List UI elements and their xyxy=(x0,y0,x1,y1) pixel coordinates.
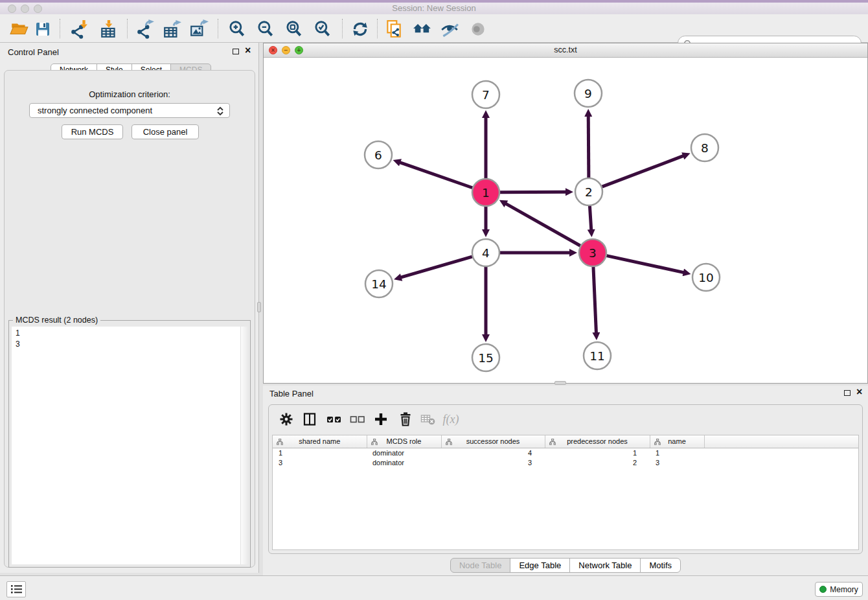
settings-gear-icon[interactable] xyxy=(278,411,295,428)
horizontal-splitter-handle[interactable] xyxy=(554,381,566,385)
svg-text:9: 9 xyxy=(584,87,592,100)
home-icon[interactable] xyxy=(412,19,433,40)
zoom-in-icon[interactable] xyxy=(227,19,247,40)
list-icon xyxy=(11,584,22,594)
deselect-all-icon[interactable] xyxy=(349,411,366,428)
task-list-button[interactable] xyxy=(6,581,26,597)
close-window-icon[interactable] xyxy=(8,5,16,13)
edge-2-3[interactable] xyxy=(589,206,591,230)
zoom-selected-icon[interactable] xyxy=(312,19,333,40)
node-11[interactable]: 11 xyxy=(584,342,611,369)
toolbar-divider xyxy=(127,19,128,38)
tab-node-table[interactable]: Node Table xyxy=(450,558,511,573)
hide-selected-icon[interactable] xyxy=(439,19,460,40)
node-4[interactable]: 4 xyxy=(472,239,499,266)
close-table-panel-icon[interactable]: × xyxy=(856,388,862,396)
network-window-titlebar[interactable]: × − + scc.txt xyxy=(264,43,867,58)
column-header-predecessor-nodes[interactable]: predecessor nodes xyxy=(545,435,650,448)
svg-text:8: 8 xyxy=(701,141,709,155)
minimize-network-icon[interactable]: − xyxy=(282,46,290,54)
delete-column-icon[interactable] xyxy=(397,411,414,428)
export-table-icon[interactable] xyxy=(162,19,183,40)
import-table-icon[interactable] xyxy=(98,19,119,40)
minimize-window-icon[interactable] xyxy=(21,5,29,13)
save-session-icon[interactable] xyxy=(32,19,53,40)
edge-2-8[interactable] xyxy=(602,156,684,187)
zoom-out-icon[interactable] xyxy=(255,19,276,40)
network-view-window: × − + scc.txt 1234678910111415 xyxy=(263,43,868,384)
show-all-icon[interactable] xyxy=(468,19,488,40)
select-all-icon[interactable] xyxy=(326,411,343,428)
edge-3-10[interactable] xyxy=(606,256,683,273)
node-10[interactable]: 10 xyxy=(692,264,720,291)
run-mcds-button[interactable]: Run MCDS xyxy=(62,124,123,139)
edge-4-14[interactable] xyxy=(401,257,472,277)
table-panel: Table Panel × f(x) shared nameMCDS xyxy=(263,386,868,575)
node-15[interactable]: 15 xyxy=(472,344,499,371)
toolbar-divider xyxy=(60,19,60,38)
zoom-fit-icon[interactable] xyxy=(284,19,304,40)
svg-text:10: 10 xyxy=(698,271,714,284)
node-2[interactable]: 2 xyxy=(575,178,602,205)
close-panel-icon[interactable]: × xyxy=(245,47,251,54)
delete-table-icon[interactable] xyxy=(420,411,437,428)
memory-button[interactable]: Memory xyxy=(815,582,863,597)
node-3[interactable]: 3 xyxy=(579,239,606,266)
float-table-panel-icon[interactable] xyxy=(844,390,851,396)
memory-label: Memory xyxy=(830,585,858,594)
function-builder-icon[interactable]: f(x) xyxy=(442,411,459,428)
column-header-MCDS-role[interactable]: MCDS role xyxy=(367,435,441,448)
criterion-dropdown[interactable]: strongly connected component xyxy=(29,103,230,118)
import-network-icon[interactable] xyxy=(69,19,89,40)
edge-1-6[interactable] xyxy=(400,163,472,188)
float-panel-icon[interactable] xyxy=(233,49,239,54)
node-1[interactable]: 1 xyxy=(472,179,499,206)
export-image-icon[interactable] xyxy=(188,19,209,40)
svg-text:15: 15 xyxy=(478,351,494,365)
close-panel-button[interactable]: Close panel xyxy=(131,124,199,139)
result-scrollbar[interactable] xyxy=(240,327,247,564)
column-header-name[interactable]: name xyxy=(650,435,704,448)
close-network-icon[interactable]: × xyxy=(269,46,277,54)
export-network-icon[interactable] xyxy=(135,19,155,40)
open-session-icon[interactable] xyxy=(9,19,30,40)
control-panel: Control Panel × NetworkStyleSelectMCDS O… xyxy=(0,43,259,573)
add-column-icon[interactable] xyxy=(372,411,389,428)
table-row[interactable]: 1dominator411 xyxy=(273,448,858,457)
edge-2-9[interactable] xyxy=(588,116,589,178)
node-14[interactable]: 14 xyxy=(365,270,393,297)
column-header-filler xyxy=(704,435,858,448)
column-header-successor-nodes[interactable]: successor nodes xyxy=(441,435,545,448)
network-canvas[interactable]: 1234678910111415 xyxy=(264,58,867,383)
memory-status-icon xyxy=(819,586,827,593)
edge-1-2[interactable] xyxy=(500,192,566,192)
zoom-network-icon[interactable]: + xyxy=(295,46,303,54)
node-7[interactable]: 7 xyxy=(472,81,499,108)
edge-3-1[interactable] xyxy=(505,203,580,246)
toolbar-divider xyxy=(342,19,343,38)
refresh-view-icon[interactable] xyxy=(350,19,371,40)
vertical-splitter-handle[interactable] xyxy=(257,302,261,312)
column-header-shared-name[interactable]: shared name xyxy=(273,435,367,448)
table-row[interactable]: 3dominator323 xyxy=(273,457,858,467)
tab-motifs[interactable]: Motifs xyxy=(640,558,681,573)
table-header-row: shared nameMCDS rolesuccessor nodesprede… xyxy=(273,435,858,448)
node-8[interactable]: 8 xyxy=(691,134,718,161)
new-network-from-selection-icon[interactable] xyxy=(383,19,404,40)
mcds-result-group: MCDS result (2 nodes) 1 3 xyxy=(8,320,251,568)
node-9[interactable]: 9 xyxy=(575,80,602,107)
mcds-result-box[interactable]: 1 3 xyxy=(12,327,247,564)
node-table: shared nameMCDS rolesuccessor nodesprede… xyxy=(272,435,859,550)
svg-text:6: 6 xyxy=(374,148,382,162)
toolbar-divider xyxy=(218,19,218,38)
criterion-value: strongly connected component xyxy=(38,106,152,115)
tab-network-table[interactable]: Network Table xyxy=(569,558,641,573)
svg-text:14: 14 xyxy=(371,277,387,291)
column-layout-icon[interactable] xyxy=(301,411,318,428)
zoom-window-icon[interactable] xyxy=(34,5,42,13)
node-6[interactable]: 6 xyxy=(365,141,392,168)
tab-edge-table[interactable]: Edge Table xyxy=(510,558,570,573)
svg-text:4: 4 xyxy=(482,246,490,260)
edge-3-11[interactable] xyxy=(593,267,596,333)
control-panel-title: Control Panel xyxy=(8,47,59,57)
